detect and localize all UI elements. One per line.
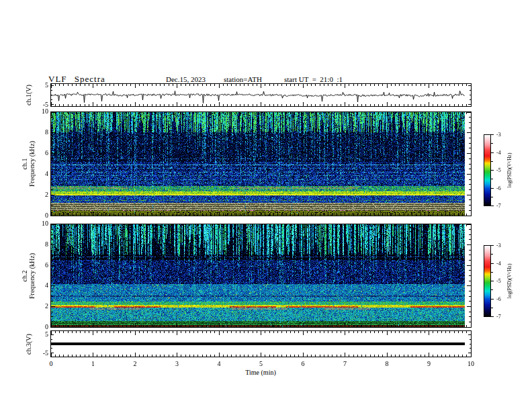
x-tick-label: 9 <box>422 360 437 367</box>
y-tick-label: 2 <box>30 303 48 310</box>
x-tick-label: 3 <box>170 360 185 367</box>
start-ut-label: start UT = 21:0 :1 <box>284 75 343 83</box>
ch3-trace-panel <box>50 330 472 357</box>
colorbar-2 <box>484 245 491 317</box>
colorbar-tick-label: -7 <box>496 314 508 320</box>
y-tick-label: 6 <box>30 262 48 269</box>
x-axis-title: Time (min) <box>234 369 287 376</box>
axis-ticks <box>51 224 471 327</box>
x-tick-label: 2 <box>128 360 142 367</box>
colorbar-tick-label: -4 <box>496 261 508 267</box>
x-tick-label: 5 <box>254 360 269 367</box>
y-tick-label: 0 <box>30 324 48 330</box>
x-tick-label: 0 <box>44 360 58 367</box>
axis-ticks <box>51 331 471 357</box>
ch1-waveform-panel <box>50 83 472 107</box>
colorbar-tick-label: -5 <box>496 278 508 284</box>
colorbar-tick-label: -6 <box>496 185 508 191</box>
date-label: Dec.15, 2023 <box>166 75 206 83</box>
colorbar-tick-label: -6 <box>496 296 508 302</box>
colorbar-ticks <box>491 134 495 207</box>
x-tick-label: 1 <box>86 360 101 367</box>
y-tick-label: 4 <box>30 171 48 177</box>
x-tick-label: 10 <box>463 360 478 367</box>
colorbar-tick-label: -3 <box>496 242 508 248</box>
x-tick-label: 7 <box>338 360 353 367</box>
y-tick-label: -5 <box>30 101 48 108</box>
ch1-spectrogram-panel <box>50 111 472 216</box>
colorbar-tick-label: -7 <box>496 203 508 209</box>
ch2-spectrogram-ylabel: ch.2 Frequency (kHz) <box>19 224 38 328</box>
colorbar-ticks <box>491 245 495 318</box>
colorbar-1 <box>484 134 491 206</box>
y-tick-label: 10 <box>30 220 48 227</box>
colorbar-tick-label: -5 <box>496 167 508 173</box>
y-tick-label: 0 <box>30 212 48 219</box>
y-tick-label: 8 <box>30 129 48 136</box>
axis-ticks <box>51 112 471 216</box>
vlf-spectra-figure: VLF Spectra Dec.15, 2023 station=ATH sta… <box>0 0 532 411</box>
station-label: station=ATH <box>224 75 262 83</box>
ch1-spectrogram-ylabel: ch.1 Frequency (kHz) <box>19 111 38 216</box>
y-tick-label: 2 <box>30 191 48 198</box>
ch2-spectrogram-panel <box>50 224 472 328</box>
y-tick-label: -5 <box>30 350 48 357</box>
y-tick-label: 5 <box>30 331 48 338</box>
y-tick-label: 8 <box>30 241 48 248</box>
y-tick-label: 5 <box>30 82 48 89</box>
x-tick-label: 4 <box>212 360 226 367</box>
y-tick-label: 6 <box>30 150 48 156</box>
x-tick-label: 8 <box>380 360 394 367</box>
axis-ticks <box>51 84 471 106</box>
colorbar-tick-label: -4 <box>496 150 508 156</box>
y-tick-label: 10 <box>30 108 48 115</box>
y-tick-label: 4 <box>30 282 48 289</box>
colorbar-tick-label: -3 <box>496 132 508 138</box>
x-tick-label: 6 <box>296 360 310 367</box>
